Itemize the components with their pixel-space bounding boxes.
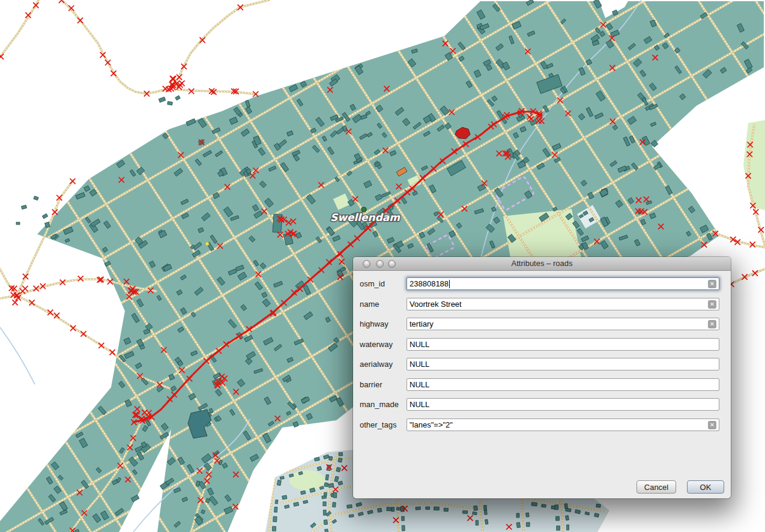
field-input-other_tags[interactable]: "lanes"=>"2"✕ bbox=[407, 419, 719, 431]
field-input-waterway[interactable]: NULL bbox=[407, 338, 719, 351]
field-value: tertiary bbox=[410, 319, 434, 328]
field-row-osm_id: osm_id238808188✕ bbox=[353, 277, 731, 290]
field-input-highway[interactable]: tertiary✕ bbox=[407, 318, 719, 330]
poi-dot-yellow bbox=[205, 242, 209, 246]
field-label: waterway bbox=[360, 338, 393, 351]
field-input-aerialway[interactable]: NULL bbox=[407, 358, 719, 370]
field-value: 238808188 bbox=[410, 279, 449, 288]
field-value: NULL bbox=[410, 380, 429, 389]
clear-field-icon[interactable]: ✕ bbox=[708, 421, 716, 429]
field-input-barrier[interactable]: NULL bbox=[407, 378, 719, 391]
field-row-barrier: barrierNULL bbox=[353, 378, 731, 391]
close-button[interactable] bbox=[363, 260, 370, 268]
field-input-osm_id[interactable]: 238808188✕ bbox=[407, 277, 719, 290]
field-value: "lanes"=>"2" bbox=[410, 420, 453, 429]
dialog-title: Attributes – roads bbox=[353, 257, 731, 270]
field-row-waterway: waterwayNULL bbox=[353, 338, 731, 351]
field-value: NULL bbox=[410, 400, 429, 409]
dialog-titlebar[interactable]: Attributes – roads bbox=[353, 257, 731, 271]
field-value: NULL bbox=[410, 340, 429, 349]
field-label: name bbox=[360, 298, 379, 310]
field-label: osm_id bbox=[360, 277, 385, 290]
field-row-other_tags: other_tags"lanes"=>"2"✕ bbox=[353, 419, 731, 431]
field-input-name[interactable]: Voortrek Street✕ bbox=[407, 298, 719, 310]
clear-field-icon[interactable]: ✕ bbox=[708, 320, 716, 328]
field-input-man_made[interactable]: NULL bbox=[407, 398, 719, 411]
field-row-highway: highwaytertiary✕ bbox=[353, 318, 731, 330]
minimize-button[interactable] bbox=[376, 260, 384, 268]
field-row-aerialway: aerialwayNULL bbox=[353, 358, 731, 370]
clear-field-icon[interactable]: ✕ bbox=[708, 280, 716, 288]
field-label: other_tags bbox=[360, 419, 396, 431]
map-place-label: Swellendam bbox=[330, 211, 401, 223]
field-label: man_made bbox=[360, 398, 399, 411]
field-label: highway bbox=[360, 318, 389, 330]
attributes-dialog: Attributes – roads osm_id238808188✕nameV… bbox=[353, 257, 731, 498]
field-value: Voortrek Street bbox=[410, 300, 462, 309]
clear-field-icon[interactable]: ✕ bbox=[708, 300, 716, 309]
field-label: aerialway bbox=[360, 358, 393, 370]
field-label: barrier bbox=[360, 378, 382, 391]
field-row-man_made: man_madeNULL bbox=[353, 398, 731, 411]
ok-button[interactable]: OK bbox=[687, 480, 724, 494]
zoom-button[interactable] bbox=[388, 260, 396, 268]
field-row-name: nameVoortrek Street✕ bbox=[353, 298, 731, 310]
field-value: NULL bbox=[410, 360, 429, 369]
text-caret bbox=[449, 280, 450, 288]
cancel-button[interactable]: Cancel bbox=[636, 480, 676, 494]
